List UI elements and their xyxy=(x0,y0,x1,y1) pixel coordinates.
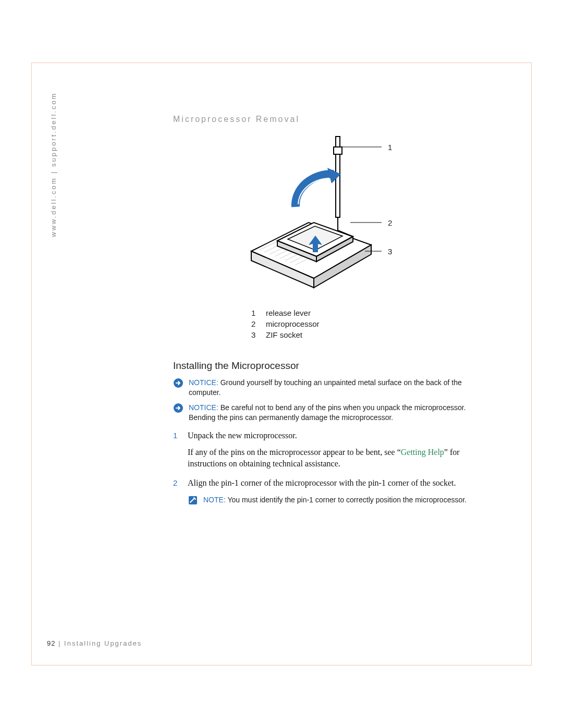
step-2: 2 Align the pin-1 corner of the micropro… xyxy=(173,477,475,489)
step-number: 2 xyxy=(173,477,188,489)
chapter-title: Installing Upgrades xyxy=(64,639,142,647)
step-text: Unpack the new microprocessor. xyxy=(188,431,297,440)
page-number: 92 xyxy=(47,639,55,647)
step-text: Align the pin-1 corner of the microproce… xyxy=(188,478,456,487)
step-number: 1 xyxy=(173,430,188,470)
notice-text: NOTICE: Ground yourself by touching an u… xyxy=(189,378,475,398)
step-sub: If any of the pins on the microprocessor… xyxy=(188,447,475,470)
note-text: NOTE: You must identify the pin-1 corner… xyxy=(203,495,475,505)
notice-icon xyxy=(173,403,185,423)
callout-3: 3 xyxy=(388,247,392,256)
svg-rect-17 xyxy=(334,147,342,154)
cpu-socket-illustration xyxy=(220,131,397,293)
legend-label: microprocessor xyxy=(266,319,320,328)
notice-label: NOTICE: xyxy=(189,378,218,387)
note-body: You must identify the pin-1 corner to co… xyxy=(226,496,467,504)
diagram-legend: 1 release lever 2 microprocessor 3 ZIF s… xyxy=(251,309,475,339)
section-heading: Installing the Microprocessor xyxy=(173,360,475,372)
notice-icon xyxy=(173,378,185,398)
release-lever-shape xyxy=(334,137,353,237)
step-body: Unpack the new microprocessor. If any of… xyxy=(188,430,475,470)
getting-help-link[interactable]: Getting Help xyxy=(401,448,444,456)
note-block: NOTE: You must identify the pin-1 corner… xyxy=(188,495,475,505)
callout-1: 1 xyxy=(388,143,392,152)
step-sub-pre: If any of the pins on the microprocessor… xyxy=(188,448,401,456)
legend-row: 2 microprocessor xyxy=(251,319,475,328)
rotate-arrow-icon xyxy=(296,168,341,207)
page-footer: 92 | Installing Upgrades xyxy=(47,639,142,647)
notice-block: NOTICE: Ground yourself by touching an u… xyxy=(173,378,475,398)
side-url-text: www.dell.com | support.dell.com xyxy=(50,92,57,237)
legend-row: 1 release lever xyxy=(251,309,475,317)
notice-body: Ground yourself by touching an unpainted… xyxy=(189,378,462,397)
legend-num: 3 xyxy=(251,330,266,339)
legend-row: 3 ZIF socket xyxy=(251,330,475,339)
legend-label: ZIF socket xyxy=(266,330,302,339)
notice-body: Be careful not to bend any of the pins w… xyxy=(189,403,466,422)
legend-label: release lever xyxy=(266,309,311,317)
legend-num: 2 xyxy=(251,319,266,328)
microprocessor-removal-diagram: 1 2 3 xyxy=(220,131,397,293)
notice-text: NOTICE: Be careful not to bend any of th… xyxy=(189,403,475,423)
step-1: 1 Unpack the new microprocessor. If any … xyxy=(173,430,475,470)
notice-block: NOTICE: Be careful not to bend any of th… xyxy=(173,403,475,423)
callout-2: 2 xyxy=(388,218,392,227)
note-label: NOTE: xyxy=(203,496,226,504)
step-body: Align the pin-1 corner of the microproce… xyxy=(188,477,475,489)
legend-num: 1 xyxy=(251,309,266,317)
figure-title: Microprocessor Removal xyxy=(173,115,475,124)
footer-sep: | xyxy=(55,639,64,647)
main-content: Microprocessor Removal xyxy=(173,115,475,511)
notice-label: NOTICE: xyxy=(189,403,218,412)
note-icon xyxy=(188,495,199,505)
